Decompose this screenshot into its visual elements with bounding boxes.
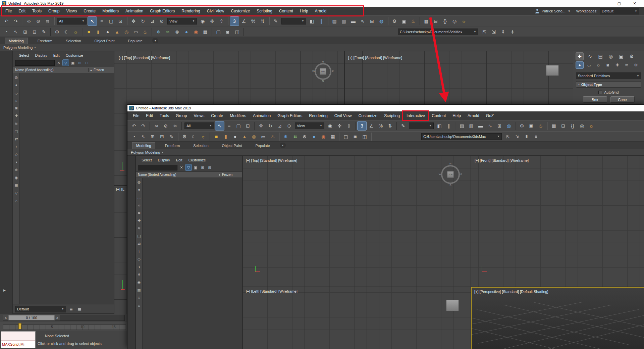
edit-named-selection-sets-icon[interactable]: ✎	[399, 121, 408, 130]
name-column-header[interactable]: Name (Sorted Ascending)	[136, 173, 217, 177]
curve-editor-icon[interactable]: ∿	[358, 17, 367, 26]
mirror-icon[interactable]: ◧	[435, 121, 444, 130]
viewcube-top-face[interactable]: TOP	[320, 68, 326, 75]
maxscript-mini-listener[interactable]: MAXScript Mi	[1, 331, 36, 348]
geometry-filter-icon[interactable]: ●	[138, 187, 140, 192]
menu-item-content[interactable]: Content	[428, 111, 449, 120]
checker-uv-icon[interactable]: ▦	[328, 132, 337, 141]
snaps-toggle-3d-icon[interactable]: 3	[358, 121, 366, 130]
selection-sets-filter-icon[interactable]: ▦	[14, 183, 18, 188]
cylinder-primitive-icon[interactable]: ▮	[94, 28, 103, 36]
menu-item-modifiers[interactable]: Modifiers	[99, 7, 122, 15]
mass-fx-icon[interactable]: ⚙	[53, 28, 61, 36]
edit-poly-pencil-icon[interactable]: ✎	[40, 28, 48, 36]
select-and-move-icon[interactable]: ✥	[257, 121, 265, 130]
primitive-button-cone[interactable]: Cone	[610, 96, 635, 103]
account-dropdown-icon[interactable]: ▼	[568, 10, 571, 13]
folder-filter-icon[interactable]: ⌂	[138, 303, 140, 308]
cone-primitive-icon[interactable]: ▲	[240, 132, 249, 141]
funnel-filter-icon[interactable]: ▽	[15, 191, 17, 196]
workspace-dropdown[interactable]: Default ▼	[600, 8, 639, 14]
asset-tracking-icon[interactable]: ⇟	[508, 28, 517, 36]
hidden-filter-icon[interactable]: ◉	[138, 280, 141, 285]
explorer-search-input[interactable]	[138, 165, 177, 170]
utilities-tab-icon[interactable]: ⚙	[628, 53, 635, 60]
script-editor-icon[interactable]: {}	[441, 17, 449, 26]
export-file-icon[interactable]: ⇞	[499, 28, 507, 36]
bind-to-space-warp-icon[interactable]: ≋	[171, 121, 179, 130]
reference-coordinate-dropdown[interactable]: View ▼	[167, 18, 197, 24]
menu-item-graph-editors[interactable]: Graph Editors	[274, 111, 306, 120]
menu-item-views[interactable]: Views	[190, 111, 208, 120]
polygon-modeling-tab[interactable]: Polygon Modeling	[131, 150, 160, 154]
list-view-icon[interactable]: ⊞	[77, 60, 83, 66]
space-warps-category-icon[interactable]: ≋	[623, 62, 630, 68]
primitive-button-box[interactable]: Box	[583, 96, 607, 103]
render-production-icon[interactable]: ♨	[409, 17, 418, 26]
menu-item-file[interactable]: File	[2, 7, 15, 15]
select-by-name-icon[interactable]: ≡	[97, 17, 106, 26]
ribbon-tab-populate[interactable]: Populate	[252, 143, 273, 149]
redo-icon[interactable]: ↷	[139, 121, 148, 130]
arnold-render-view-icon[interactable]: ◎	[578, 121, 586, 130]
filter-funnel-icon[interactable]: ▽	[185, 164, 192, 170]
frozen-column-header[interactable]: ▲ Frozen	[88, 68, 114, 72]
viewcube-compass[interactable]: N W E S TOP	[441, 165, 460, 184]
ribbon-tab-object-paint[interactable]: Object Paint	[91, 38, 118, 44]
menu-item-create[interactable]: Create	[208, 111, 226, 120]
toggle-ribbon-icon[interactable]: ▬	[476, 121, 485, 130]
cone-primitive-icon[interactable]: ▲	[113, 28, 121, 36]
lights-category-icon[interactable]: ☼	[595, 62, 602, 68]
main-titlebar[interactable]: 3 Untitled - Autodesk 3ds Max 2019 —▢✕	[0, 0, 644, 7]
maximize-button[interactable]: ▢	[611, 0, 627, 7]
folder-filter-icon[interactable]: ⌂	[15, 198, 17, 203]
groups-filter-icon[interactable]: ▢	[137, 234, 141, 239]
menu-item-interactive[interactable]: Interactive	[403, 111, 428, 120]
previous-frame-button[interactable]: <	[3, 315, 8, 320]
name-column-header[interactable]: Name (Sorted Ascending)	[13, 68, 88, 72]
inset-titlebar[interactable]: 3 Untitled - Autodesk 3ds Max 2019	[127, 105, 644, 111]
menu-item-civil-view[interactable]: Civil View	[204, 7, 228, 15]
bones-filter-icon[interactable]: ≀	[15, 144, 17, 149]
autogrid-checkbox[interactable]	[598, 91, 602, 94]
freeze-selection-icon[interactable]: ❄	[154, 28, 163, 36]
viewport-left-label[interactable]: [+] [Left] [Standard] [Wireframe]	[246, 289, 298, 293]
helpers-category-icon[interactable]: ✚	[613, 62, 621, 68]
ribbon-tab-populate[interactable]: Populate	[124, 38, 146, 44]
select-and-rotate-icon[interactable]: ↻	[266, 121, 275, 130]
xrefs-filter-icon[interactable]: ⇄	[138, 241, 141, 246]
containers-filter-icon[interactable]: ◇	[15, 152, 17, 157]
select-and-place-icon[interactable]: ⊙	[157, 17, 166, 26]
lock-icon[interactable]: ▣	[70, 60, 76, 66]
explorer-preset-dropdown[interactable]: Default ▼	[15, 306, 66, 312]
viewcube-icon[interactable]	[546, 65, 559, 76]
space-warps-filter-icon[interactable]: ≋	[138, 226, 141, 231]
menu-item-animation[interactable]: Animation	[250, 111, 274, 120]
polygon-modeling-tab[interactable]: Polygon Modeling	[3, 46, 33, 50]
render-region-icon[interactable]: ▢	[214, 28, 223, 36]
window-crossing-icon[interactable]: ⊡	[244, 121, 252, 130]
minimize-button[interactable]: —	[596, 0, 611, 7]
viewport-top-label[interactable]: [+] [Top] [Standard] [Wireframe]	[246, 158, 297, 162]
curve-editor-icon[interactable]: ∿	[486, 121, 494, 130]
menu-item-group[interactable]: Group	[172, 111, 190, 120]
ribbon-tab-freeform[interactable]: Freeform	[34, 38, 56, 44]
filter-funnel-icon[interactable]: ▽	[63, 60, 69, 66]
menu-item-animation[interactable]: Animation	[122, 7, 147, 15]
target-select-icon[interactable]: ↖	[11, 28, 20, 36]
ribbon-tab-freeform[interactable]: Freeform	[161, 143, 184, 149]
night-mode-icon[interactable]: ☾	[62, 28, 71, 36]
render-sphere-icon[interactable]: ●	[310, 132, 318, 141]
clear-search-icon[interactable]: ✕	[178, 164, 184, 170]
asset-tracking-icon[interactable]: ⇟	[532, 132, 540, 141]
teapot-primitive-icon[interactable]: ♨	[268, 132, 277, 141]
explorer-menu-display[interactable]: Display	[32, 53, 50, 58]
state-sets-icon[interactable]: ▦	[549, 121, 558, 130]
lights-filter-icon[interactable]: ☼	[14, 98, 18, 103]
frozen-column-header[interactable]: ▲ Frozen	[217, 173, 242, 177]
menu-item-tools[interactable]: Tools	[156, 111, 172, 120]
exclude-toggle-icon[interactable]: ⊗	[300, 132, 309, 141]
use-pivot-point-center-icon[interactable]: ◉	[326, 121, 334, 130]
spinner-snap-icon[interactable]: ⇅	[258, 17, 267, 26]
edit-poly-pencil-icon[interactable]: ✎	[167, 132, 176, 141]
